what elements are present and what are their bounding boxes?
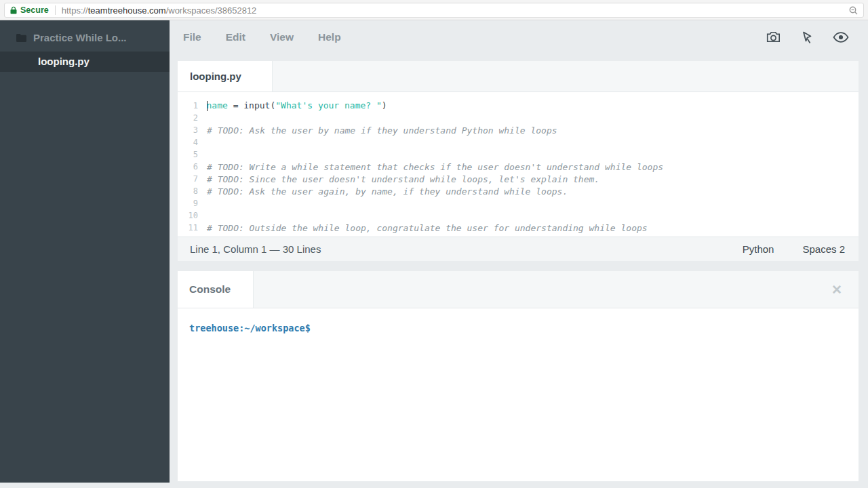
toolbar-icons xyxy=(766,31,868,44)
tab-looping-py[interactable]: looping.py xyxy=(178,61,273,92)
menu-file[interactable]: File xyxy=(183,31,201,43)
url-text[interactable]: https://teamtreehouse.com/workspaces/386… xyxy=(62,5,257,16)
language-mode-selector[interactable]: Python xyxy=(743,243,774,255)
camera-icon[interactable] xyxy=(766,31,781,43)
line-number: 11 xyxy=(178,223,207,232)
project-folder[interactable]: Practice While Lo... xyxy=(0,20,170,52)
secure-label: Secure xyxy=(20,5,49,15)
line-number: 9 xyxy=(178,199,207,208)
code-line-text: # TODO: Ask the user again, by name, if … xyxy=(207,186,568,197)
page-bottom-strip xyxy=(0,483,868,488)
browser-chrome: Secure https://teamtreehouse.com/workspa… xyxy=(0,0,868,20)
code-line-text: # TODO: Ask the user by name if they und… xyxy=(207,125,557,136)
sidebar-item-looping-py[interactable]: looping.py xyxy=(0,52,170,72)
editor-panel: looping.py 1name = input("What's your na… xyxy=(178,61,859,261)
indentation-selector[interactable]: Spaces 2 xyxy=(802,243,845,255)
console-panel: Console ✕ treehouse:~/workspace$ xyxy=(178,271,859,481)
code-line: 1name = input("What's your name? ") xyxy=(178,100,859,112)
cursor-position-status: Line 1, Column 1 — 30 Lines xyxy=(190,243,321,255)
url-path: /workspaces/38652812 xyxy=(166,5,257,16)
line-number: 7 xyxy=(178,174,207,184)
code-line: 8# TODO: Ask the user again, by name, if… xyxy=(178,185,859,197)
menu-edit[interactable]: Edit xyxy=(226,31,245,43)
zoom-icon[interactable] xyxy=(849,6,858,15)
terminal-prompt: treehouse:~/workspace$ xyxy=(189,323,311,333)
menu-help[interactable]: Help xyxy=(318,31,341,43)
url-divider xyxy=(55,5,56,15)
code-line: 11# TODO: Outside the while loop, congra… xyxy=(178,222,859,234)
flag-icon[interactable] xyxy=(802,31,812,44)
eye-icon[interactable] xyxy=(833,32,849,43)
file-tree-sidebar: Practice While Lo... looping.py xyxy=(0,20,170,483)
code-editor[interactable]: 1name = input("What's your name? ")23# T… xyxy=(178,92,859,234)
code-line: 4 xyxy=(178,136,859,148)
line-number: 2 xyxy=(178,113,207,123)
code-lines: 1name = input("What's your name? ")23# T… xyxy=(178,100,859,234)
workspace-main: File Edit View Help looping.py 1name = i… xyxy=(170,20,868,488)
menubar: File Edit View Help xyxy=(170,20,868,54)
url-scheme: https:// xyxy=(62,5,88,16)
security-status[interactable]: Secure xyxy=(10,5,49,15)
code-line: 3# TODO: Ask the user by name if they un… xyxy=(178,124,859,136)
line-number: 3 xyxy=(178,125,207,135)
editor-tab-bar: looping.py xyxy=(178,61,859,92)
code-line: 5 xyxy=(178,148,859,161)
code-line: 7# TODO: Since the user doesn't understa… xyxy=(178,173,859,185)
code-line: 9 xyxy=(178,197,859,209)
console-output[interactable]: treehouse:~/workspace$ xyxy=(178,308,859,334)
line-number: 5 xyxy=(178,150,207,159)
code-line-text: # TODO: Write a while statement that che… xyxy=(207,162,663,172)
line-number: 6 xyxy=(178,162,207,171)
line-number: 1 xyxy=(178,101,207,110)
close-icon[interactable]: ✕ xyxy=(831,283,859,296)
line-number: 10 xyxy=(178,211,207,220)
address-bar[interactable]: Secure https://teamtreehouse.com/workspa… xyxy=(4,3,864,18)
code-line-text: # TODO: Since the user doesn't understan… xyxy=(207,174,599,184)
url-host: teamtreehouse.com xyxy=(88,5,166,16)
code-line-text: name = input("What's your name? ") xyxy=(207,100,387,111)
code-line: 2 xyxy=(178,112,859,124)
console-header: Console ✕ xyxy=(178,271,859,308)
editor-status-bar: Line 1, Column 1 — 30 Lines Python Space… xyxy=(178,237,859,261)
line-number: 8 xyxy=(178,186,207,196)
project-name: Practice While Lo... xyxy=(33,32,127,43)
code-line: 6# TODO: Write a while statement that ch… xyxy=(178,161,859,173)
line-number: 4 xyxy=(178,138,207,147)
tab-console[interactable]: Console xyxy=(178,271,254,308)
code-line: 10 xyxy=(178,209,859,222)
lock-icon xyxy=(10,6,17,14)
folder-icon xyxy=(16,34,26,42)
menu-view[interactable]: View xyxy=(270,31,294,43)
code-line-text: # TODO: Outside the while loop, congratu… xyxy=(207,223,648,233)
